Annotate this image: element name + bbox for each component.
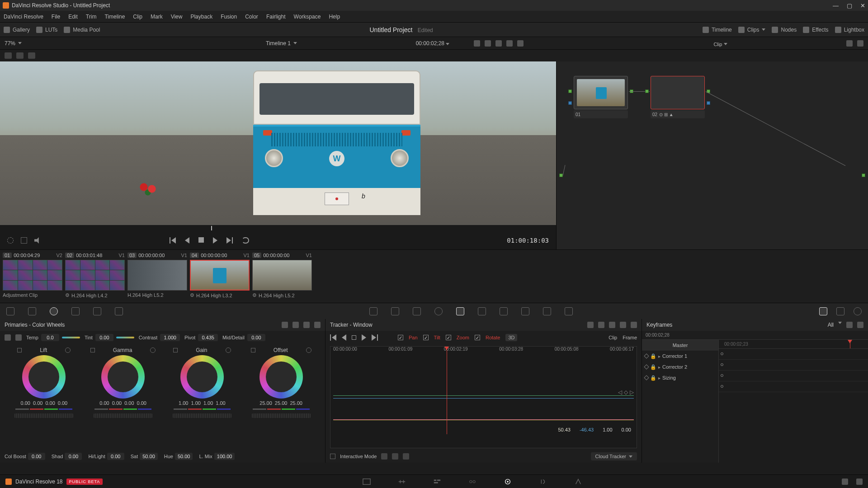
magic-mask-icon[interactable] [478,307,486,315]
kf-marker-icon[interactable] [721,363,723,366]
reset-icon[interactable] [150,347,156,353]
hue-value[interactable]: 50.00 [175,453,193,460]
color-wheel[interactable] [259,355,303,399]
effects-toggle[interactable]: Effects [803,27,828,33]
add-point-icon[interactable] [381,453,387,460]
wheel-val[interactable]: 25.00 [259,400,272,406]
reset-icon[interactable] [65,347,71,353]
play-button[interactable] [213,237,217,244]
reset-icon[interactable] [226,347,231,353]
minimize-button[interactable]: — [833,2,839,9]
temp-value[interactable]: 0.0 [41,334,59,341]
kf-marker-icon[interactable] [721,385,723,388]
view-wand-icon[interactable] [28,52,35,59]
lightbox-toggle[interactable]: Lightbox [835,27,864,33]
keyframe-add-icon[interactable]: ◇ [624,389,628,395]
interactive-checkbox[interactable] [330,454,335,459]
track-stop-button[interactable] [352,335,356,340]
rotate-checkbox[interactable]: ✓ [475,335,480,340]
temp-slider[interactable] [62,337,80,338]
wheel-val[interactable]: 0.00 [58,400,67,406]
blur-icon[interactable] [500,307,508,315]
kf-marker-icon[interactable] [721,374,723,377]
menu-davinci[interactable]: DaVinci Resolve [4,14,43,20]
wheel-val[interactable]: 0.00 [124,400,134,406]
node-alpha-out-icon[interactable] [707,101,710,105]
picker-icon[interactable] [15,334,22,341]
master-wheel[interactable] [173,413,231,418]
timeline-name-dropdown[interactable]: Timeline 1 [266,40,297,47]
tint-slider[interactable] [116,337,134,338]
wheel-val[interactable]: 25.00 [290,400,302,406]
track-forward-button[interactable] [362,334,366,341]
keyframes-menu-icon[interactable] [857,322,863,328]
node-menu-icon[interactable] [857,40,863,47]
menu-clip[interactable]: Clip [133,14,142,20]
timeline-toggle[interactable]: Timeline [703,27,732,33]
menu-view[interactable]: View [171,14,183,20]
menu-fairlight[interactable]: Fairlight [266,14,286,20]
motion-icon[interactable] [115,307,123,315]
picker-icon[interactable] [173,348,178,352]
master-wheel[interactable] [94,413,152,418]
viewer-zoom-dropdown[interactable]: 77% [5,40,22,47]
contrast-value[interactable]: 1.000 [160,334,180,341]
expand-icon[interactable] [485,40,491,47]
viewer-timecode[interactable]: 00:00:02;28 [416,40,450,47]
menu-timeline[interactable]: Timeline [104,14,125,20]
clip-thumbnail[interactable] [252,260,312,291]
view-qualifier-icon[interactable] [5,52,12,59]
hdr-icon[interactable] [71,307,80,315]
tracker-window-overlay[interactable] [325,192,349,205]
fairlight-page-icon[interactable] [539,478,547,485]
menu-color[interactable]: Color [245,14,258,20]
color-wheel[interactable] [101,355,145,399]
wheel-val[interactable]: 0.00 [99,400,109,406]
transport-timecode[interactable]: 01:00:18:03 [507,237,549,244]
tint-value[interactable]: 0.00 [95,334,113,341]
options-icon[interactable] [495,40,502,47]
zoom-checkbox[interactable]: ✓ [446,335,451,340]
wheel-val[interactable]: 0.00 [45,400,55,406]
menu-file[interactable]: File [52,14,60,20]
close-button[interactable]: ✕ [860,2,865,9]
track-reverse-button[interactable] [342,334,346,341]
menu-trim[interactable]: Trim [86,14,97,20]
project-settings-icon[interactable] [856,479,863,485]
menu-fusion[interactable]: Fusion [221,14,237,20]
node-in-icon[interactable] [645,89,649,93]
menu-playback[interactable]: Playback [190,14,212,20]
tilt-checkbox[interactable]: ✓ [423,335,429,340]
fusion-page-icon[interactable] [468,478,476,485]
color-wheels-icon[interactable] [50,307,58,315]
rgb-mixer-icon[interactable] [93,307,101,315]
kf-row-corrector1[interactable]: 🔒▸Corrector 1 [642,351,718,361]
tracker-graph[interactable]: 00:00:00:0000:00:01:0900:00:02:1900:00:0… [330,346,637,448]
nodes-toggle[interactable]: Nodes [772,27,797,33]
tracker-stabilize-icon[interactable] [598,322,604,328]
tracker-type-dropdown[interactable]: Cloud Tracker [591,452,637,460]
window-icon[interactable] [434,307,443,315]
menu-workspace[interactable]: Workspace [294,14,321,20]
keyframe-panel-icon[interactable] [819,307,827,315]
view-split-icon[interactable] [16,52,24,59]
wheel-val[interactable]: 0.00 [137,400,146,406]
kf-row-master[interactable]: Master [642,340,718,351]
wheel-val[interactable]: 0.00 [33,400,42,406]
bars-mode-icon[interactable] [292,322,299,328]
lock-icon[interactable]: 🔒 [650,375,656,381]
clip-item[interactable]: 0400:00:00:00V1 ⚙H.264 High L3.2 [190,252,250,298]
keyframe-next-icon[interactable]: ▷ [630,389,634,395]
qualifier-icon[interactable] [413,307,421,315]
maximize-button[interactable]: ▢ [847,2,852,9]
tracker-fx-icon[interactable] [609,322,615,328]
clips-toggle[interactable]: Clips [738,27,766,33]
color-match-icon[interactable] [28,307,36,315]
info-icon[interactable] [854,307,862,315]
track-forward-one-button[interactable] [372,334,378,341]
clip-thumbnail[interactable] [127,260,187,291]
3d-icon[interactable] [565,307,573,315]
keyframes-filter[interactable]: All [828,322,834,328]
picker-icon[interactable] [251,348,255,352]
viewer-image[interactable]: W b [0,61,556,225]
